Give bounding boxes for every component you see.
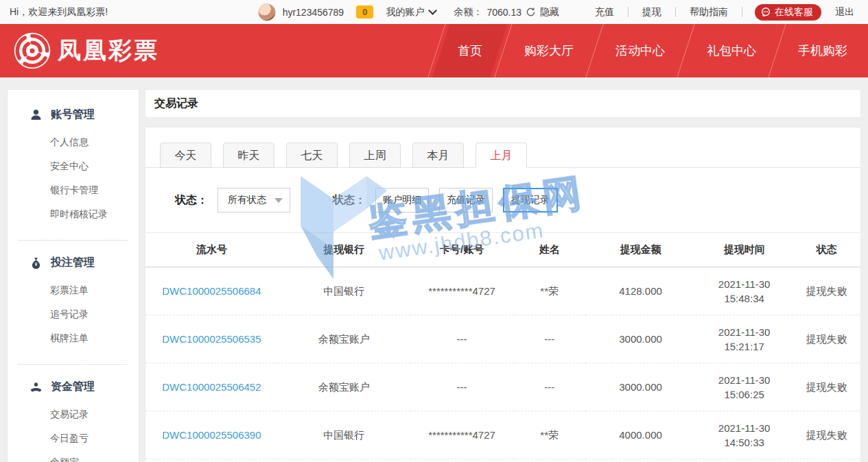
cell-account: ***********4727 <box>410 411 514 459</box>
column-header: 卡号/账号 <box>410 233 514 267</box>
status-select[interactable]: 所有状态 <box>218 188 290 212</box>
sidebar-section-title[interactable]: 资金管理 <box>8 380 139 394</box>
table-row: DWC1000025506684中国银行***********4727**荣41… <box>145 267 860 315</box>
date-tab-6[interactable]: 上月 <box>476 143 527 168</box>
nav-item-1[interactable]: 首页 <box>437 24 503 77</box>
cell-time-clock: 14:50:33 <box>696 435 793 450</box>
type-button-2[interactable]: 充值记录 <box>439 188 493 212</box>
brand-name: 凤凰彩票 <box>58 35 159 66</box>
hide-balance-link[interactable]: 隐藏 <box>540 6 559 19</box>
my-account-menu[interactable]: 我的账户 <box>386 6 434 19</box>
greeting-text: Hi，欢迎来到凤凰彩票! <box>10 6 108 19</box>
username[interactable]: hyr123456789 <box>283 7 344 18</box>
refresh-icon[interactable] <box>526 7 536 17</box>
online-service-button[interactable]: 在线客服 <box>755 4 821 21</box>
record-id-link[interactable]: DWC1000025506535 <box>162 333 261 345</box>
sidebar-item[interactable]: 银行卡管理 <box>50 178 139 202</box>
cell-status: 提现失败 <box>793 411 860 459</box>
date-tab-2[interactable]: 昨天 <box>223 143 274 168</box>
nav-item-5[interactable]: 手机购彩 <box>777 24 868 77</box>
cell-amount: 3000.000 <box>585 315 696 363</box>
sidebar-section-label: 资金管理 <box>51 380 95 394</box>
sidebar-item-list: 彩票注单追号记录棋牌注单 <box>8 270 139 353</box>
withdraw-records-table: 流水号提现银行卡号/账号姓名提现金额提现时间状态 DWC100002550668… <box>145 232 860 459</box>
user-icon <box>30 108 43 121</box>
date-range-tabs: 今天昨天七天上周本月上月 <box>145 143 860 168</box>
sidebar-section-title[interactable]: ¥投注管理 <box>8 256 139 270</box>
cell-time-date: 2021-11-30 <box>696 277 793 291</box>
user-avatar[interactable] <box>258 3 276 21</box>
status-filter-label: 状态： <box>175 193 208 208</box>
sidebar-item[interactable]: 余额宝 <box>50 450 139 462</box>
funds-icon <box>30 380 43 393</box>
sidebar-section-label: 账号管理 <box>51 108 95 122</box>
divider <box>742 7 742 17</box>
table-row: DWC1000025506452余额宝账户------3000.0002021-… <box>145 363 860 411</box>
balance-value: 7060.13 <box>486 7 521 18</box>
nav-item-2[interactable]: 购彩大厅 <box>504 24 594 77</box>
type-filter-label: 状态： <box>333 193 366 208</box>
column-header: 状态 <box>793 233 860 267</box>
withdraw-link[interactable]: 提现 <box>638 6 666 19</box>
cell-amount: 4000.000 <box>585 411 696 459</box>
cell-name: **荣 <box>514 267 585 315</box>
filter-row: 状态： 所有状态 状态： 账户明细充值记录提现记录 <box>145 168 860 232</box>
main-navbar: 凤凰彩票 首页购彩大厅活动中心礼包中心手机购彩 <box>0 24 868 77</box>
recharge-link[interactable]: 充值 <box>591 6 618 19</box>
brand-logo[interactable]: 凤凰彩票 <box>12 31 159 71</box>
cell-amount: 3000.000 <box>585 363 696 411</box>
cell-status: 提现失败 <box>793 363 860 411</box>
date-tab-5[interactable]: 本月 <box>412 143 464 168</box>
page-body: 账号管理个人信息安全中心银行卡管理即时稽核记录¥投注管理彩票注单追号记录棋牌注单… <box>0 77 868 462</box>
balance-display: 余额：7060.13 隐藏 <box>454 6 559 19</box>
sidebar-section-title[interactable]: 账号管理 <box>8 108 139 122</box>
cell-time-clock: 15:48:34 <box>696 291 793 306</box>
type-button-3[interactable]: 提现记录 <box>503 188 558 212</box>
cell-time-clock: 15:21:17 <box>696 339 793 354</box>
records-panel: 今天昨天七天上周本月上月 状态： 所有状态 状态： 账户明细充值记录提现记录 流… <box>145 127 861 462</box>
type-button-1[interactable]: 账户明细 <box>375 188 429 212</box>
logout-link[interactable]: 退出 <box>831 6 858 19</box>
caret-down-icon <box>274 198 283 203</box>
column-header: 提现时间 <box>696 233 793 267</box>
sidebar-item[interactable]: 交易记录 <box>50 402 139 426</box>
date-tab-1[interactable]: 今天 <box>160 143 211 168</box>
cell-time-clock: 15:06:25 <box>696 387 793 402</box>
phoenix-logo-icon <box>12 31 52 71</box>
column-header: 提现金额 <box>585 233 696 267</box>
sidebar-item[interactable]: 棋牌注单 <box>50 326 139 350</box>
top-utility-bar: Hi，欢迎来到凤凰彩票! hyr123456789 0 我的账户 余额：7060… <box>0 0 868 24</box>
sidebar-item[interactable]: 个人信息 <box>50 130 139 154</box>
cell-account: --- <box>410 363 514 411</box>
cell-name: **荣 <box>514 411 585 459</box>
table-body: DWC1000025506684中国银行***********4727**荣41… <box>145 267 860 459</box>
sidebar-section-3: 资金管理交易记录今日盈亏余额宝 <box>8 365 139 462</box>
cell-bank: 余额宝账户 <box>278 315 410 363</box>
sidebar-item[interactable]: 彩票注单 <box>50 278 139 302</box>
sidebar-item[interactable]: 追号记录 <box>50 302 139 326</box>
record-id-link[interactable]: DWC1000025506684 <box>162 285 261 297</box>
cell-status: 提现失败 <box>793 315 860 363</box>
date-tab-4[interactable]: 上周 <box>349 143 401 168</box>
sidebar-section-1: 账号管理个人信息安全中心银行卡管理即时稽核记录 <box>8 93 139 229</box>
nav-item-3[interactable]: 活动中心 <box>595 24 685 77</box>
cell-time: 2021-11-3015:06:25 <box>696 363 793 411</box>
sidebar-item[interactable]: 即时稽核记录 <box>50 202 139 226</box>
record-id-link[interactable]: DWC1000025506452 <box>162 381 261 393</box>
divider <box>628 7 629 17</box>
main-menu: 首页购彩大厅活动中心礼包中心手机购彩 <box>436 24 868 77</box>
nav-item-4[interactable]: 礼包中心 <box>686 24 777 77</box>
cell-bank: 中国银行 <box>278 411 410 459</box>
chevron-down-icon <box>429 6 438 15</box>
headset-icon <box>760 7 771 18</box>
table-row: DWC1000025506535余额宝账户------3000.0002021-… <box>145 315 860 363</box>
cell-name: --- <box>514 315 585 363</box>
cell-status: 提现失败 <box>793 267 860 315</box>
record-id-link[interactable]: DWC1000025506390 <box>162 429 261 441</box>
date-tab-3[interactable]: 七天 <box>286 143 338 168</box>
help-guide-link[interactable]: 帮助指南 <box>685 6 732 19</box>
message-count-badge[interactable]: 0 <box>356 5 373 19</box>
sidebar-item[interactable]: 安全中心 <box>50 154 139 178</box>
sidebar-item[interactable]: 今日盈亏 <box>50 426 139 450</box>
cell-serial-number: DWC1000025506535 <box>145 315 278 363</box>
